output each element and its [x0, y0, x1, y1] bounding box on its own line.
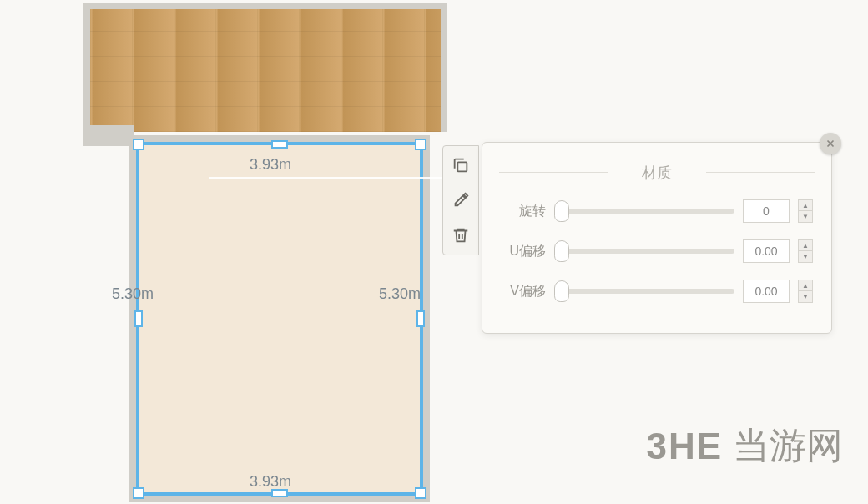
slider-thumb[interactable] [554, 240, 569, 262]
u-offset-slider[interactable] [554, 249, 734, 254]
slider-label: U偏移 [501, 243, 546, 260]
stepper-up[interactable]: ▲ [798, 199, 813, 211]
room-region[interactable] [129, 135, 430, 502]
v-offset-value[interactable]: 0.00 [743, 280, 790, 303]
rotation-value[interactable]: 0 [743, 199, 790, 223]
u-offset-stepper: ▲ ▼ [798, 239, 813, 263]
u-offset-value[interactable]: 0.00 [743, 239, 790, 263]
svg-rect-0 [457, 162, 467, 171]
v-offset-slider[interactable] [554, 289, 734, 294]
dimension-left: 5.30m [108, 284, 157, 305]
watermark-logo: 3HE [646, 426, 723, 467]
copy-icon [452, 156, 470, 174]
slider-row-rotation: 旋转 0 ▲ ▼ [501, 199, 813, 223]
trash-icon [452, 226, 470, 244]
watermark: 3HE 当游网 [646, 421, 843, 471]
slider-thumb[interactable] [554, 200, 569, 222]
stepper-up[interactable]: ▲ [798, 239, 813, 251]
floorplan-canvas[interactable]: 3.93m 3.93m 5.30m 5.30m [0, 0, 467, 504]
stepper-up[interactable]: ▲ [798, 280, 813, 291]
dimension-right: 5.30m [376, 284, 424, 305]
stepper-down[interactable]: ▼ [798, 211, 813, 223]
copy-button[interactable] [447, 151, 475, 179]
slider-label: V偏移 [501, 283, 546, 300]
panel-body: 旋转 0 ▲ ▼ U偏移 0.00 ▲ ▼ V偏移 [482, 191, 831, 328]
slider-row-v-offset: V偏移 0.00 ▲ ▼ [501, 280, 813, 303]
wood-floor-region[interactable] [83, 3, 447, 132]
wall-segment [83, 125, 134, 146]
highlight-indicator [209, 177, 442, 179]
rotation-stepper: ▲ ▼ [798, 199, 813, 223]
material-panel: 材质 旋转 0 ▲ ▼ U偏移 0.00 ▲ ▼ [482, 142, 832, 334]
dimension-top: 3.93m [246, 154, 295, 175]
rotation-slider[interactable] [554, 209, 734, 214]
delete-button[interactable] [447, 221, 475, 249]
slider-label: 旋转 [501, 203, 546, 220]
dimension-bottom: 3.93m [246, 471, 295, 492]
watermark-text: 当游网 [733, 421, 843, 471]
panel-title: 材质 [482, 143, 831, 191]
stepper-down[interactable]: ▼ [798, 291, 813, 303]
slider-row-u-offset: U偏移 0.00 ▲ ▼ [501, 239, 813, 263]
object-toolbar [442, 145, 479, 255]
stepper-down[interactable]: ▼ [798, 251, 813, 263]
eyedropper-button[interactable] [447, 186, 475, 214]
eyedropper-icon [452, 191, 470, 209]
v-offset-stepper: ▲ ▼ [798, 280, 813, 303]
slider-thumb[interactable] [554, 280, 569, 302]
